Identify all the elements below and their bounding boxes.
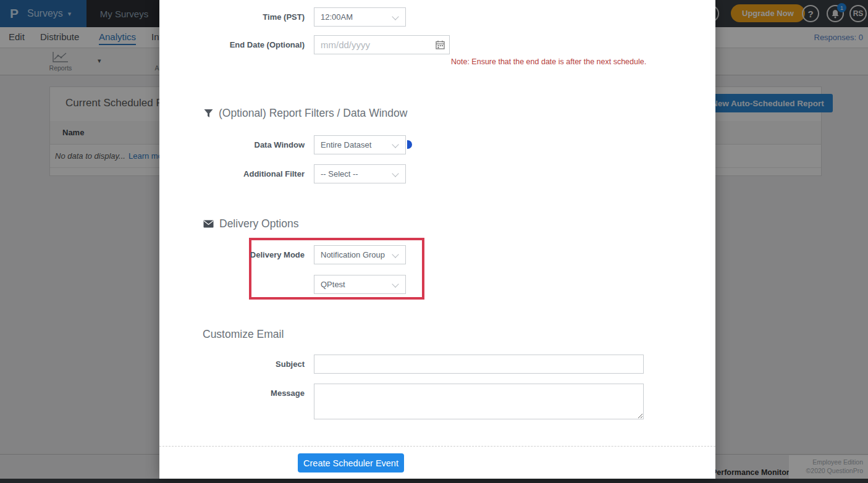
chevron-down-icon	[392, 141, 398, 148]
time-select[interactable]: 12:00AM	[314, 7, 406, 27]
message-textarea[interactable]	[314, 384, 644, 419]
delivery-mode-value: Notification Group	[321, 250, 385, 259]
time-label: Time (PST)	[159, 7, 305, 27]
modal-footer-divider	[159, 446, 715, 447]
end-date-note: Note: Ensure that the end date is after …	[451, 57, 646, 66]
customize-email-heading-label: Customize Email	[203, 328, 284, 341]
info-beacon-icon[interactable]	[407, 140, 412, 149]
end-date-label: End Date (Optional)	[159, 35, 305, 54]
subject-label: Subject	[159, 355, 305, 374]
additional-filter-value: -- Select --	[321, 169, 358, 178]
report-filters-heading-label: (Optional) Report Filters / Data Window	[219, 107, 407, 120]
filter-icon	[204, 109, 213, 118]
report-filters-heading: (Optional) Report Filters / Data Window	[204, 107, 407, 120]
delivery-mode-label: Delivery Mode	[159, 245, 305, 264]
message-label: Message	[159, 384, 305, 403]
delivery-mode-select[interactable]: Notification Group	[314, 245, 406, 264]
end-date-field-wrap	[314, 35, 450, 54]
data-window-value: Entire Dataset	[321, 140, 371, 149]
time-value: 12:00AM	[321, 12, 353, 22]
chevron-down-icon	[392, 13, 398, 20]
delivery-options-heading-label: Delivery Options	[219, 217, 298, 230]
envelope-icon	[203, 220, 214, 228]
notification-group-value: QPtest	[321, 280, 345, 289]
scheduler-modal: Time (PST) 12:00AM End Date (Optional) N…	[159, 0, 715, 479]
delivery-options-heading: Delivery Options	[203, 217, 298, 230]
data-window-label: Data Window	[159, 135, 305, 154]
additional-filter-label: Additional Filter	[159, 164, 305, 183]
chevron-down-icon	[392, 251, 398, 258]
data-window-select[interactable]: Entire Dataset	[314, 135, 406, 154]
subject-input[interactable]	[314, 355, 644, 374]
screen: P Surveys ▾ My Surveys Upgrade Now ? 1 R…	[0, 0, 868, 483]
notification-group-select[interactable]: QPtest	[314, 275, 406, 294]
chevron-down-icon	[392, 280, 398, 287]
end-date-input[interactable]	[314, 35, 450, 54]
chevron-down-icon	[392, 170, 398, 177]
additional-filter-select[interactable]: -- Select --	[314, 164, 406, 183]
create-scheduler-event-button[interactable]: Create Scheduler Event	[298, 453, 404, 472]
calendar-icon[interactable]	[436, 40, 445, 52]
customize-email-heading: Customize Email	[203, 328, 284, 341]
